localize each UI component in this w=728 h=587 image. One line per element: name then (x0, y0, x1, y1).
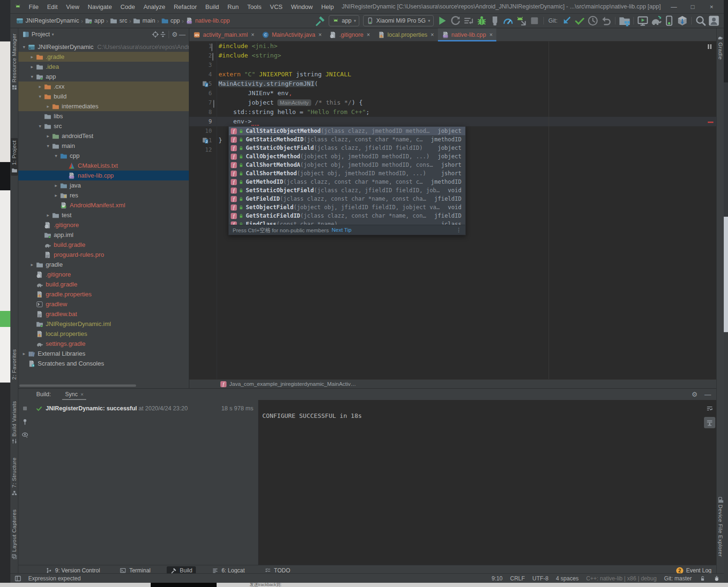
code-line[interactable]: 7 jobject MainActivity /* this */) { (189, 98, 716, 107)
git-commit-button[interactable] (574, 15, 586, 26)
tree-row[interactable]: ▸.gradle (18, 52, 189, 62)
tree-row[interactable]: ▸res (18, 190, 189, 200)
soft-wrap-icon[interactable] (704, 403, 715, 414)
tree-row[interactable]: Scratches and Consoles (18, 359, 189, 368)
menu-item-view[interactable]: View (62, 0, 83, 13)
horizontal-scrollbar[interactable] (19, 384, 136, 387)
lock-icon[interactable] (699, 575, 706, 582)
breadcrumb-item[interactable]: main (133, 17, 155, 24)
completion-item[interactable]: fGetMethodID(jclass clazz, const char *n… (229, 178, 465, 186)
caret-position-widget[interactable]: 9:10 (492, 575, 502, 582)
tree-row[interactable]: ▾build (18, 91, 189, 101)
tree-row[interactable]: proguard-rules.pro (18, 250, 189, 260)
breadcrumb-item[interactable]: src (110, 17, 127, 24)
code-line[interactable]: 9 env-> (189, 117, 716, 126)
stripe-device-file-explorer[interactable]: Device File Explorer (717, 494, 724, 559)
editor-tab--gitignore[interactable]: .gitignore× (325, 28, 373, 41)
tree-toggle-icon[interactable]: ▸ (36, 84, 44, 89)
tree-toggle-icon[interactable]: ▸ (28, 64, 36, 69)
tree-row[interactable]: ▾app (18, 72, 189, 82)
tree-row[interactable]: ▸.idea (18, 62, 189, 72)
editor-tab-native-lib-cpp[interactable]: C++native-lib.cpp× (438, 28, 497, 41)
tree-toggle-icon[interactable]: ▸ (28, 262, 36, 267)
toolwindow-switcher-icon[interactable] (14, 575, 22, 582)
tree-row[interactable]: build.gradle (18, 240, 189, 250)
stop-button[interactable] (528, 15, 541, 26)
tree-toggle-icon[interactable]: ▸ (28, 54, 36, 59)
gradle-sync-button[interactable] (650, 15, 662, 26)
tree-toggle-icon[interactable]: ▸ (52, 193, 60, 198)
apply-code-changes-button[interactable] (462, 15, 475, 26)
close-tab-icon[interactable]: × (489, 32, 493, 38)
build-settings-gear-icon[interactable]: ⚙ (691, 391, 698, 398)
completion-item[interactable]: fSetStaticObjectField(jclass clazz, jfie… (229, 186, 465, 195)
code-analysis-indicator[interactable] (708, 44, 712, 49)
profile-apk-button[interactable] (515, 15, 527, 26)
completion-item[interactable]: fCallShortMethod(jobject obj, jmethodID … (229, 169, 465, 178)
completion-item[interactable]: fCallStaticObjectMethod(jclass clazz, jm… (229, 127, 465, 135)
tree-row[interactable]: local.properties (18, 329, 189, 339)
cpp-config-widget[interactable]: C++: native-lib | x86 | debug (586, 575, 657, 582)
stripe-structure[interactable]: 7: Structure (11, 455, 18, 498)
stripe-build-variants[interactable]: Build Variants (11, 399, 18, 447)
java-native-method-marker-icon[interactable]: J (202, 80, 209, 88)
stripe-gradle[interactable]: Gradle (717, 32, 724, 62)
tree-toggle-icon[interactable]: ▸ (20, 351, 28, 356)
tree-toggle-icon[interactable]: ▸ (44, 104, 52, 109)
tree-row[interactable]: MFAndroidManifest.xml (18, 200, 189, 210)
tree-row[interactable]: ▾src (18, 121, 189, 131)
code-line[interactable]: 4extern "C" JNIEXPORT jstring JNICALL (189, 70, 716, 79)
tree-row[interactable]: .gitignore (18, 220, 189, 230)
device-monitor-button[interactable] (637, 15, 649, 26)
tree-row[interactable]: ▸intermediates (18, 101, 189, 111)
breadcrumb-item[interactable]: app (85, 17, 104, 24)
locate-file-button[interactable] (152, 31, 159, 38)
completion-item[interactable]: fGetStaticFieldID(jclass clazz, const ch… (229, 212, 465, 220)
line-separator-widget[interactable]: CRLF (510, 575, 525, 582)
tree-row[interactable]: C++native-lib.cpp (18, 171, 189, 180)
inspections-level-icon[interactable] (713, 575, 720, 582)
tree-row[interactable]: ▾JNIRegisterDynamicC:\Users\asura\source… (18, 42, 189, 52)
run-button[interactable] (436, 15, 448, 26)
stripe-project[interactable]: 1: Project (11, 138, 18, 176)
debug-button[interactable] (476, 15, 488, 26)
editor-tab-MainActivity-java[interactable]: CMainActivity.java× (258, 28, 325, 41)
code-line[interactable]: 6 JNIEnv* env, (189, 89, 716, 98)
editor[interactable]: 1#include <jni.h>2#include <string>34ext… (189, 41, 716, 379)
tree-row[interactable]: .gitignore (18, 269, 189, 279)
code-line[interactable]: 5MainActivity.stringFromJNI( (189, 79, 716, 89)
completion-item[interactable]: fSetObjectField(jobject obj, jfieldID fi… (229, 203, 465, 212)
scroll-to-end-icon[interactable] (704, 417, 715, 428)
make-project-button[interactable] (314, 15, 326, 26)
profile-avatar[interactable] (708, 15, 720, 26)
close-icon[interactable]: × (81, 391, 83, 397)
git-rollback-button[interactable] (600, 15, 612, 26)
git-branch-widget[interactable]: Git: master (664, 575, 692, 582)
tree-row[interactable]: build.gradle (18, 279, 189, 289)
menu-item-window[interactable]: Window (287, 0, 317, 13)
tree-row[interactable]: CMakeLists.txt (18, 161, 189, 171)
profile-button[interactable] (502, 15, 514, 26)
completion-item[interactable]: fGetFieldID(jclass clazz, const char *na… (229, 195, 465, 203)
editor-tab-local-properties[interactable]: local.properties× (374, 28, 438, 41)
breadcrumb-item[interactable]: JNIRegisterDynamic (16, 17, 79, 24)
code-line[interactable]: 2#include <string> (189, 51, 716, 60)
menu-item-code[interactable]: Code (116, 0, 139, 13)
build-console[interactable]: CONFIGURE SUCCESSFUL in 18s (259, 400, 716, 565)
tree-toggle-icon[interactable]: ▾ (36, 123, 44, 129)
chevron-down-icon[interactable]: ▾ (52, 32, 54, 37)
next-tip-link[interactable]: Next Tip (332, 227, 351, 233)
tree-row[interactable]: ▸External Libraries (18, 349, 189, 359)
tree-row[interactable]: settings.gradle (18, 339, 189, 349)
close-tab-icon[interactable]: × (367, 32, 370, 38)
maximize-button[interactable]: □ (683, 3, 702, 10)
project-structure-button[interactable] (618, 15, 631, 26)
stop-icon[interactable] (21, 405, 29, 412)
hide-panel-button[interactable]: — (178, 31, 186, 38)
menu-item-analyze[interactable]: Analyze (139, 0, 170, 13)
git-history-button[interactable] (587, 15, 599, 26)
status-message[interactable]: Expression expected (28, 575, 81, 582)
stripe-favorites[interactable]: 2: Favorites (11, 347, 18, 390)
tree-toggle-icon[interactable]: ▾ (52, 153, 60, 158)
tree-row[interactable]: app.iml (18, 230, 189, 240)
